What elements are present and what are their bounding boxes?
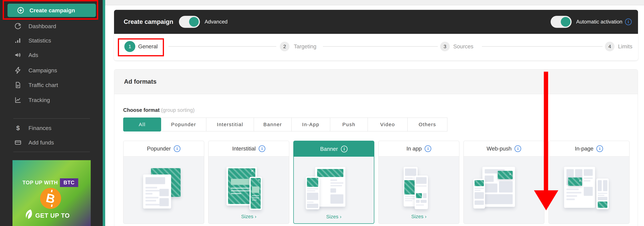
tab-push[interactable]: Push: [330, 117, 368, 131]
info-icon[interactable]: i: [174, 145, 180, 152]
sidebar-item-label: Tracking: [28, 97, 50, 103]
tab-banner[interactable]: Banner: [254, 117, 292, 131]
format-card-in-page[interactable]: In-page i ✕: [548, 141, 630, 224]
automatic-activation-toggle-knob: [561, 17, 570, 27]
info-icon[interactable]: i: [259, 145, 265, 152]
create-campaign-panel: Create campaign Advanced Automatic activ…: [114, 10, 638, 60]
tab-all[interactable]: All: [123, 117, 161, 131]
sidebar-item-statistics[interactable]: Statistics: [0, 35, 103, 47]
annotation-arrow-head: [534, 190, 558, 210]
info-icon[interactable]: i: [341, 146, 348, 152]
stepper-connector: [323, 46, 438, 47]
ad-formats-section: Ad formats Choose format (group sorting)…: [114, 69, 638, 226]
ad-formats-title: Ad formats: [124, 78, 156, 85]
sidebar-item-label: Campaigns: [28, 67, 57, 74]
info-icon[interactable]: i: [514, 145, 521, 152]
format-card-in-app[interactable]: In app i: [378, 141, 460, 224]
page-title: Create campaign: [124, 18, 173, 25]
promo-bottom-line: GET UP TO: [35, 212, 70, 219]
format-card-interstitial[interactable]: Interstitial i ✕ ✕: [208, 141, 289, 224]
interstitial-illustration: ✕ ✕: [208, 167, 289, 209]
tab-others[interactable]: Others: [407, 117, 448, 131]
format-card-title: In-page: [575, 145, 594, 152]
step-label-targeting[interactable]: Targeting: [294, 41, 316, 52]
step-circle-targeting[interactable]: 2: [280, 42, 290, 51]
top-strip: [105, 0, 644, 5]
lightning-icon: [14, 67, 22, 74]
format-card-title: In app: [406, 145, 422, 152]
credit-card-icon: [14, 139, 22, 146]
bitcoin-icon: B: [40, 188, 61, 209]
sidebar-item-traffic-chart[interactable]: Traffic chart: [0, 79, 103, 91]
step-circle-limits[interactable]: 4: [605, 42, 614, 51]
sidebar-item-label: Ads: [28, 52, 38, 58]
sidebar-item-campaigns[interactable]: Campaigns: [0, 64, 103, 76]
annotation-arrow-shaft: [544, 72, 548, 190]
sidebar-item-label: Add funds: [28, 139, 54, 146]
format-card-banner[interactable]: Banner i: [293, 141, 374, 224]
tab-popunder[interactable]: Popunder: [161, 117, 206, 131]
sidebar-item-dashboard[interactable]: Dashboard: [0, 20, 103, 32]
line-chart-icon: [14, 96, 22, 104]
info-icon[interactable]: i: [596, 145, 603, 152]
format-cards-row: Popunder i Interstitial: [123, 141, 630, 224]
choose-format-hint: (group sorting): [161, 107, 194, 113]
dollar-icon: $: [14, 124, 22, 132]
sidebar-divider: [13, 152, 90, 152]
promo-top-line: TOP UP WITH: [22, 180, 58, 186]
dashboard-pie-icon: [14, 23, 22, 30]
tab-video[interactable]: Video: [368, 117, 408, 131]
sidebar-item-finances[interactable]: $ Finances: [0, 122, 103, 134]
promo-btc-badge: BTC: [60, 178, 78, 187]
advanced-toggle-label: Advanced: [204, 19, 228, 25]
info-icon[interactable]: i: [424, 145, 431, 152]
format-filter-tabs: All Popunder Interstitial Banner In-App …: [123, 117, 448, 131]
tab-in-app[interactable]: In-App: [291, 117, 330, 131]
stepper-connector: [168, 46, 276, 47]
format-card-title: Web-push: [487, 145, 512, 152]
panel-header: Create campaign Advanced Automatic activ…: [114, 10, 638, 34]
ad-formats-header: Ad formats: [114, 70, 638, 94]
info-icon[interactable]: i: [625, 19, 632, 25]
format-card-title: Popunder: [147, 145, 171, 152]
sizes-link[interactable]: Sizes ›: [208, 214, 289, 219]
format-card-web-push[interactable]: Web-push i ✕: [464, 141, 544, 224]
tab-interstitial[interactable]: Interstitial: [206, 117, 254, 131]
automatic-activation-toggle[interactable]: [550, 16, 572, 28]
format-card-title: Interstitial: [232, 145, 256, 152]
sidebar: Create campaign Dashboard Statistics Ads…: [0, 0, 103, 226]
annotation-box-step-general: [118, 38, 164, 56]
sidebar-item-label: Statistics: [28, 37, 51, 44]
automatic-activation-label: Automatic activation: [576, 19, 622, 25]
promo-banner-top-up-btc[interactable]: TOP UP WITH BTC B GET UP TO: [12, 160, 91, 226]
sidebar-item-ads[interactable]: Ads: [0, 49, 103, 61]
speaker-icon: [14, 51, 22, 59]
document-icon: [14, 81, 22, 89]
in-app-illustration: [379, 167, 459, 209]
sidebar-item-add-funds[interactable]: Add funds: [0, 136, 103, 148]
web-push-illustration: ✕: [464, 167, 544, 209]
step-label-limits[interactable]: Limits: [618, 41, 632, 52]
advanced-toggle-knob: [189, 17, 199, 27]
sidebar-divider: [13, 118, 90, 119]
in-page-illustration: ✕: [549, 167, 629, 209]
advanced-toggle[interactable]: [179, 16, 200, 28]
annotation-box-create-campaign: [3, 0, 98, 20]
sidebar-item-tracking[interactable]: Tracking: [0, 94, 103, 106]
format-card-title: Banner: [320, 146, 338, 152]
step-label-sources[interactable]: Sources: [453, 41, 474, 52]
choose-format-label: Choose format (group sorting): [123, 107, 194, 113]
bar-chart-icon: [14, 37, 22, 44]
sidebar-item-label: Finances: [28, 125, 52, 131]
stepper: 1 General 2 Targeting 3 Sources 4 Limits: [114, 34, 638, 60]
step-circle-sources[interactable]: 3: [440, 42, 450, 51]
sizes-link[interactable]: Sizes ›: [379, 214, 459, 219]
banner-illustration: [294, 167, 374, 209]
stepper-connector: [482, 46, 602, 47]
sidebar-item-label: Traffic chart: [28, 82, 58, 88]
format-card-popunder[interactable]: Popunder i: [123, 141, 204, 224]
sizes-link[interactable]: Sizes ›: [294, 214, 374, 219]
sidebar-accent-stripe: [103, 0, 105, 226]
popunder-illustration: [124, 167, 204, 209]
promo-leaf-icon: [23, 208, 34, 222]
